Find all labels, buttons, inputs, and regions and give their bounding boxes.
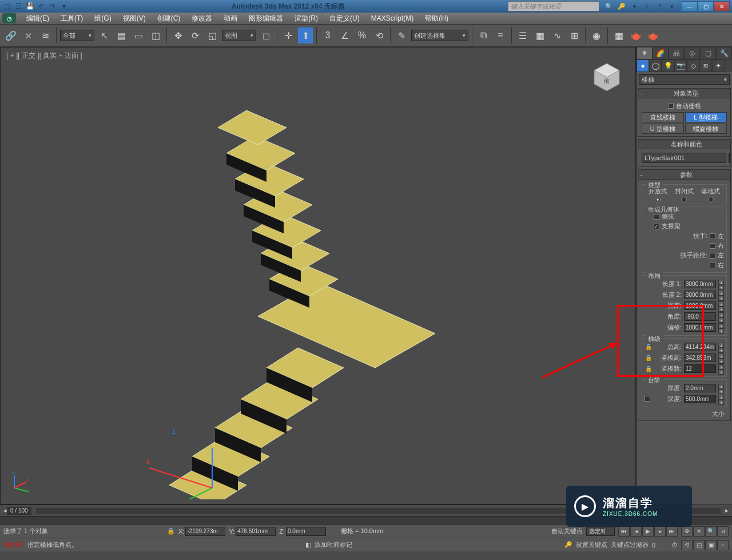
input-width[interactable]: 1000.0mm [684, 301, 716, 310]
lock-riserh-icon[interactable]: 🔒 [645, 355, 653, 361]
lock-count-icon[interactable]: 🔒 [645, 366, 653, 372]
mirror-icon[interactable]: ⧉ [476, 27, 491, 43]
subtab-helpers[interactable]: ◇ [687, 59, 699, 72]
next-frame-icon[interactable]: ▸ [654, 526, 666, 537]
input-length2[interactable]: 3000.0mm [684, 291, 716, 299]
input-thick[interactable]: 2.0mm [684, 384, 716, 392]
btn-straight-stair[interactable]: 直线楼梯 [642, 112, 684, 122]
ref-coord-combo[interactable]: 视图 [222, 30, 256, 41]
layer-manager-icon[interactable]: ☰ [515, 27, 530, 43]
nav-walk-icon[interactable]: ⤧ [693, 526, 705, 537]
schematic-view-icon[interactable]: ⊞ [567, 27, 582, 43]
tab-create[interactable]: ✳ [636, 47, 653, 59]
viewport[interactable]: [ + ][ 正交 ][ 真实 + 边面 ] [0, 47, 636, 505]
select-region-rect-icon[interactable]: ▭ [131, 27, 146, 43]
spinner-snap-icon[interactable]: ⟲ [372, 27, 387, 43]
view-cube[interactable]: 前 [590, 59, 624, 93]
chk-hpath-right[interactable] [710, 263, 715, 268]
menu-animation[interactable]: 动画 [218, 13, 243, 24]
menu-customize[interactable]: 自定义(U) [324, 13, 365, 24]
named-selection-combo[interactable]: 创建选择集 [411, 30, 468, 41]
window-crossing-icon[interactable]: ◫ [148, 27, 163, 43]
keyfilter-button[interactable]: 关键点过滤器 [611, 541, 649, 549]
graphite-icon[interactable]: ▦ [532, 27, 547, 43]
bind-icon[interactable]: ≋ [38, 27, 53, 43]
time-config-icon[interactable]: ⏱ [671, 542, 678, 549]
nav-fov-icon[interactable]: ⊿ [717, 526, 729, 537]
rotate-icon[interactable]: ⟳ [188, 27, 202, 43]
btn-l-stair[interactable]: L 型楼梯 [685, 112, 727, 122]
lock-totalh-icon[interactable]: 🔒 [645, 344, 653, 350]
input-count[interactable]: 12 [684, 364, 716, 373]
chk-depth[interactable] [645, 396, 650, 402]
selkey-combo[interactable]: 选定对 [586, 527, 615, 536]
new-icon[interactable]: ▢ [2, 2, 11, 11]
menu-group[interactable]: 组(G) [89, 13, 117, 24]
chk-hpath-left[interactable] [710, 253, 715, 259]
tab-hierarchy[interactable]: 品 [669, 47, 685, 59]
subtab-systems[interactable]: ✦ [712, 59, 725, 72]
spinner-offset[interactable]: ▴▾ [718, 323, 724, 332]
curve-editor-icon[interactable]: ∿ [550, 27, 564, 43]
pivot-center-icon[interactable]: ◻ [258, 27, 273, 43]
percent-snap-icon[interactable]: % [355, 27, 369, 43]
input-offset[interactable]: 1000.0mm [684, 323, 716, 332]
spinner-length1[interactable]: ▴▾ [718, 280, 724, 288]
nav-zoomext-icon[interactable]: ◰ [693, 540, 705, 550]
nav-min-icon[interactable]: ▫ [717, 540, 729, 550]
edit-named-sel-icon[interactable]: ✎ [394, 27, 409, 43]
select-name-icon[interactable]: ▤ [114, 27, 129, 43]
tag-icon-1[interactable]: ◧ [305, 541, 311, 549]
subtab-spacewarps[interactable]: ≋ [699, 59, 712, 72]
help-icon[interactable]: ? [654, 2, 665, 11]
favorite-icon[interactable]: ☆ [642, 2, 652, 11]
subtab-shapes[interactable]: ◯ [649, 59, 662, 72]
render-icon[interactable]: 🫖 [646, 27, 661, 43]
coord-x[interactable]: -2199.273m [185, 527, 225, 536]
menu-edit[interactable]: 编辑(E) [21, 13, 55, 24]
radio-box[interactable] [708, 197, 714, 202]
scale-icon[interactable]: ◱ [205, 27, 220, 43]
autokey-button[interactable]: 自动关键点 [551, 527, 583, 535]
select-icon[interactable]: ↖ [97, 27, 112, 43]
subtab-cameras[interactable]: 📷 [674, 59, 687, 72]
menu-create[interactable]: 创建(C) [152, 13, 186, 24]
radio-open[interactable] [655, 197, 661, 202]
tab-utilities[interactable]: 🔧 [716, 47, 732, 59]
menu-rendering[interactable]: 渲染(R) [289, 13, 324, 24]
nav-orbit-icon[interactable]: ⟲ [681, 540, 693, 550]
btn-u-stair[interactable]: U 型楼梯 [642, 124, 684, 134]
cur-frame-input[interactable]: 0 [652, 542, 668, 549]
selection-filter-combo[interactable]: 全部 [60, 30, 94, 41]
rollout-header[interactable]: -对象类型 [638, 88, 731, 98]
input-riserh[interactable]: 342.858m [684, 354, 716, 362]
menu-tools[interactable]: 工具(T) [55, 13, 89, 24]
coord-z[interactable]: 0.0mm [286, 527, 326, 536]
menu-views[interactable]: 视图(V) [117, 13, 152, 24]
app-menu-button[interactable]: ◔ [2, 13, 16, 23]
undo-icon[interactable]: ↶ [37, 2, 46, 11]
render-setup-icon[interactable]: ▦ [611, 27, 626, 43]
nav-maximize-icon[interactable]: ▣ [705, 540, 717, 550]
spinner-length2[interactable]: ▴▾ [718, 291, 724, 299]
coord-y[interactable]: 476.501mm [236, 527, 276, 536]
input-angle[interactable]: -90.0 [684, 312, 716, 321]
minimize-button[interactable]: — [682, 1, 698, 11]
maximize-button[interactable]: ▢ [698, 1, 714, 11]
menu-help[interactable]: 帮助(H) [419, 13, 454, 24]
dropdown-icon[interactable]: ▾ [667, 2, 677, 11]
qat-dropdown-icon[interactable]: ▾ [59, 2, 69, 11]
chk-side-string[interactable] [654, 214, 659, 220]
btn-spiral-stair[interactable]: 螺旋楼梯 [685, 124, 727, 134]
menu-graph[interactable]: 图形编辑器 [243, 13, 289, 24]
redo-icon[interactable]: ↷ [48, 2, 57, 11]
key-icon[interactable]: 🔑 [564, 541, 572, 549]
material-editor-icon[interactable]: ◉ [589, 27, 604, 43]
snap-3d-icon[interactable]: 3 [320, 27, 335, 43]
subtab-geometry[interactable]: ● [636, 59, 649, 72]
save-icon[interactable]: 💾 [25, 2, 34, 11]
chk-handrail-right[interactable] [710, 243, 715, 249]
nav-pan-icon[interactable]: ✥ [681, 526, 693, 537]
tab-modify[interactable]: 🌈 [653, 47, 669, 59]
chk-handrail-left[interactable] [710, 233, 715, 239]
